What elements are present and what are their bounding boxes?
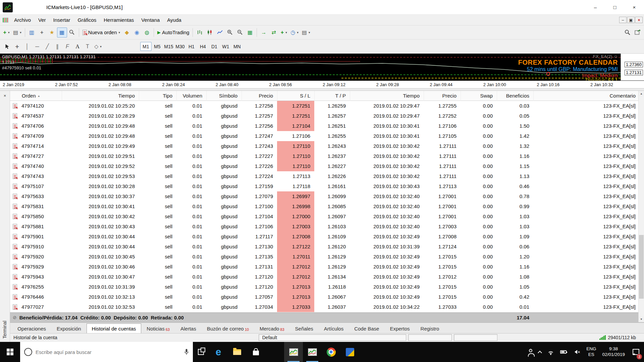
taskbar-mt4-button-2[interactable] <box>303 342 322 362</box>
text-tool-button[interactable]: A <box>72 42 83 52</box>
history-row[interactable]: 47975831 2019.01.02 10:30:41 sell 0.01 g… <box>10 201 644 212</box>
terminal-tab[interactable]: Exposición <box>51 324 87 333</box>
taskbar-mt4-button-1[interactable] <box>284 342 303 362</box>
header-volumen[interactable]: Volumen <box>176 91 206 101</box>
taskbar-explorer-button[interactable] <box>228 342 247 362</box>
header-precio-cierre[interactable]: Precio <box>424 91 461 101</box>
terminal-tab[interactable]: Noticias63 <box>141 324 175 333</box>
start-button[interactable] <box>0 342 20 362</box>
header-tiempo-cierre[interactable]: Tiempo <box>350 91 424 101</box>
history-row[interactable]: 47975920 2019.01.02 10:30:45 sell 0.01 g… <box>10 252 644 262</box>
history-row[interactable]: 47974537 2019.01.02 10:28:29 sell 0.01 g… <box>10 111 644 121</box>
timeframe-button[interactable]: H4 <box>197 42 209 51</box>
time-axis[interactable]: 2 Jan 20192 Jan 07:522 Jan 08:082 Jan 08… <box>0 80 644 88</box>
zoom-out-button[interactable] <box>235 27 245 38</box>
terminal-tab[interactable]: Señales <box>290 324 319 333</box>
terminal-tab[interactable]: Code Base <box>349 324 384 333</box>
price-axis[interactable]: 1.27360 1.27131 <box>621 54 644 80</box>
header-tipo[interactable]: Tipo <box>139 91 176 101</box>
fibonacci-tool-button[interactable]: F <box>62 42 72 52</box>
history-row[interactable]: 47974709 2019.01.02 10:29:48 sell 0.01 g… <box>10 131 644 141</box>
timeframe-button[interactable]: M15 <box>163 42 174 51</box>
menu-item[interactable]: Ver <box>35 15 50 25</box>
history-row[interactable]: 47975633 2019.01.02 10:30:37 sell 0.01 g… <box>10 191 644 201</box>
navigator-button[interactable]: ★ <box>47 27 57 38</box>
timeframe-button[interactable]: W1 <box>220 42 231 51</box>
show-hidden-icons-button[interactable] <box>535 342 544 362</box>
expert-advisors-button[interactable]: ◆ <box>122 27 132 38</box>
menu-item[interactable]: Ventana <box>138 15 163 25</box>
terminal-button[interactable]: ▦ <box>57 27 67 38</box>
history-row[interactable]: 47977027 2019.01.02 10:32:53 sell 0.01 g… <box>10 302 644 312</box>
scrollbar-thumb[interactable] <box>639 235 644 299</box>
trendline-tool-button[interactable]: ╱ <box>42 42 52 52</box>
menu-item[interactable]: Archivo <box>10 15 35 25</box>
auto-scroll-button[interactable]: → <box>259 27 269 38</box>
taskbar-store-button[interactable] <box>247 342 265 362</box>
new-chart-button[interactable]: +▾ <box>1 27 11 38</box>
profiles-button[interactable]: ▤▾ <box>11 27 23 38</box>
timeframe-button[interactable]: MN <box>231 42 243 51</box>
strategy-tester-button[interactable] <box>67 27 77 38</box>
network-button[interactable] <box>544 342 557 362</box>
header-simbolo[interactable]: Símbolo <box>206 91 241 101</box>
microphone-icon[interactable] <box>184 349 189 355</box>
history-row[interactable]: 47974743 2019.01.02 10:29:53 sell 0.01 g… <box>10 171 644 181</box>
header-beneficios[interactable]: Beneficios <box>497 91 533 101</box>
chart-forward-button[interactable] <box>633 27 643 38</box>
new-order-button[interactable]: Nueva orden ▾ <box>81 27 122 38</box>
history-row[interactable]: 47975850 2019.01.02 10:30:42 sell 0.01 g… <box>10 212 644 222</box>
menu-item[interactable]: Insertar <box>50 15 74 25</box>
periods-button[interactable]: ◷▾ <box>289 27 300 38</box>
channel-tool-button[interactable]: ∥ <box>52 42 62 52</box>
connection-status[interactable]: 29401/112 kb <box>599 335 636 340</box>
header-orden[interactable]: Orden▲ <box>21 91 62 101</box>
autotrading-button[interactable]: ▶ AutoTrading <box>156 27 191 38</box>
terminal-tab[interactable]: Mercado83 <box>254 324 290 333</box>
people-button[interactable] <box>526 342 535 362</box>
language-indicator[interactable]: ENG ES <box>583 342 599 362</box>
child-restore-button[interactable]: ▣ <box>627 17 635 23</box>
search-symbols-button[interactable] <box>623 27 633 38</box>
menu-item[interactable]: Herramientas <box>100 15 138 25</box>
text-label-tool-button[interactable]: T <box>83 42 93 52</box>
cursor-tool-button[interactable] <box>2 42 12 52</box>
zoom-in-button[interactable] <box>225 27 235 38</box>
header-swap[interactable]: Swap <box>461 91 497 101</box>
header-precio-apertura[interactable]: Precio <box>241 91 277 101</box>
bar-chart-button[interactable] <box>195 27 205 38</box>
history-row[interactable]: 47975881 2019.01.02 10:30:43 sell 0.01 g… <box>10 222 644 232</box>
taskbar-search[interactable] <box>20 342 193 362</box>
terminal-tab[interactable]: Operaciones <box>12 324 51 333</box>
history-row[interactable]: 47974714 2019.01.02 10:29:49 sell 0.01 g… <box>10 141 644 151</box>
mql-community-button[interactable]: ◍ <box>142 27 152 38</box>
volume-button[interactable]: ✕ <box>570 342 583 362</box>
vertical-line-tool-button[interactable]: │ <box>22 42 32 52</box>
close-button[interactable]: × <box>625 0 644 14</box>
taskbar-edge-button[interactable]: e <box>209 342 228 362</box>
header-tiempo-apertura[interactable]: Tiempo <box>62 91 139 101</box>
timeframe-button[interactable]: H1 <box>186 42 197 51</box>
taskbar-app-button[interactable] <box>340 342 359 362</box>
terminal-tab[interactable]: Expertos <box>384 324 415 333</box>
history-row[interactable]: 47974706 2019.01.02 10:29:48 sell 0.01 g… <box>10 121 644 131</box>
timeframe-button[interactable]: D1 <box>209 42 220 51</box>
timeframe-button[interactable]: M30 <box>174 42 186 51</box>
tile-windows-button[interactable]: ▦ <box>245 27 255 38</box>
child-close-button[interactable]: × <box>635 17 643 23</box>
indicators-button[interactable]: +▾ <box>279 27 289 38</box>
menu-item[interactable]: Ayuda <box>163 15 185 25</box>
history-row[interactable]: 47975910 2019.01.02 10:30:44 sell 0.01 g… <box>10 242 644 252</box>
data-window-button[interactable]: + <box>37 27 47 38</box>
child-minimize-button[interactable]: – <box>619 17 627 23</box>
history-row[interactable]: 47975929 2019.01.02 10:30:46 sell 0.01 g… <box>10 262 644 272</box>
chart-canvas[interactable]: GBPUSD,M1 1.27131 1.27131 1.27131 1.2713… <box>0 54 621 80</box>
history-row[interactable]: 47974740 2019.01.02 10:29:52 sell 0.01 g… <box>10 161 644 171</box>
history-row[interactable]: 47974727 2019.01.02 10:29:51 sell 0.01 g… <box>10 151 644 161</box>
crosshair-tool-button[interactable]: + <box>12 42 22 52</box>
table-scrollbar[interactable]: ▲ ▼ <box>638 91 644 322</box>
templates-button[interactable]: ▤▾ <box>300 27 312 38</box>
history-row[interactable]: 47974120 2019.01.02 10:25:20 sell 0.01 g… <box>10 101 644 111</box>
timeframe-button[interactable]: M5 <box>152 42 163 51</box>
profile-selector[interactable]: Default <box>259 334 406 341</box>
